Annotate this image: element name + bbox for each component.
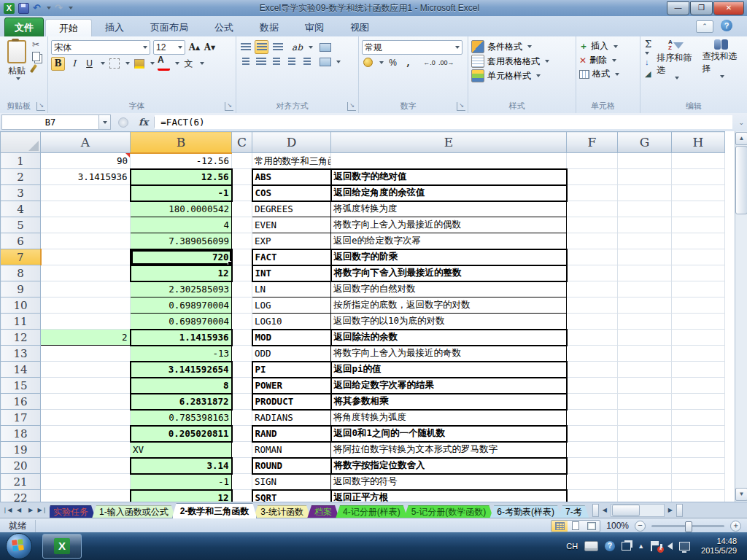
cell-D4[interactable]: DEGREES	[252, 201, 331, 217]
cell-D8[interactable]: INT	[252, 265, 331, 281]
cell-D15[interactable]: POWER	[252, 378, 331, 394]
page-break-view-icon[interactable]	[584, 521, 600, 532]
name-box-dropdown-icon[interactable]	[99, 114, 111, 130]
fill-handle[interactable]	[228, 261, 232, 265]
row-header-22[interactable]: 22	[1, 490, 41, 502]
cell-C15[interactable]	[232, 378, 252, 394]
row-header-19[interactable]: 19	[1, 442, 41, 458]
phonetic-guide-icon[interactable]: 文	[182, 58, 195, 70]
cell-C1[interactable]	[232, 153, 252, 169]
save-icon[interactable]	[18, 3, 29, 14]
cell-A12[interactable]: 2	[41, 330, 131, 346]
window-stack-icon[interactable]	[622, 542, 631, 551]
cell-F6[interactable]	[567, 233, 618, 249]
cell-H12[interactable]	[672, 330, 725, 346]
cell-A17[interactable]	[41, 410, 131, 426]
page-layout-view-icon[interactable]	[568, 521, 584, 532]
cell-H11[interactable]	[672, 314, 725, 330]
row-header-5[interactable]: 5	[1, 217, 41, 233]
row-header-6[interactable]: 6	[1, 233, 41, 249]
cell-G2[interactable]	[618, 169, 672, 185]
decrease-decimal-icon[interactable]: .00→	[438, 56, 454, 69]
decrease-indent-icon[interactable]	[285, 55, 298, 68]
cell-H22[interactable]	[672, 490, 725, 502]
normal-view-icon[interactable]	[551, 521, 568, 532]
prev-sheet-icon[interactable]: ◀	[14, 505, 24, 516]
vertical-scrollbar[interactable]: ▲ ▼	[735, 131, 747, 502]
cell-D7[interactable]: FACT	[252, 249, 331, 265]
number-format-select[interactable]: 常规	[362, 40, 462, 55]
cell-F13[interactable]	[567, 346, 618, 362]
bold-button[interactable]: B	[51, 57, 65, 71]
cell-G22[interactable]	[618, 490, 672, 502]
cell-A19[interactable]	[41, 442, 131, 458]
cell-A21[interactable]	[41, 474, 131, 490]
cell-E12[interactable]: 返回除法的余数	[331, 330, 567, 346]
help-icon[interactable]: ?	[721, 20, 732, 31]
cell-C11[interactable]	[232, 314, 252, 330]
minimize-button[interactable]: —	[667, 1, 689, 15]
cell-A13[interactable]	[41, 346, 131, 362]
cell-A5[interactable]	[41, 217, 131, 233]
tab-split-handle[interactable]	[592, 504, 599, 517]
cell-H8[interactable]	[672, 265, 725, 281]
tab-view[interactable]: 视图	[337, 19, 382, 36]
start-button[interactable]	[6, 533, 32, 559]
cell-A3[interactable]	[41, 185, 131, 201]
cell-D18[interactable]: RAND	[252, 426, 331, 442]
cell-H17[interactable]	[672, 410, 725, 426]
cell-F10[interactable]	[567, 298, 618, 314]
percent-style-icon[interactable]: %	[387, 56, 399, 69]
cell-F8[interactable]	[567, 265, 618, 281]
row-header-18[interactable]: 18	[1, 426, 41, 442]
align-center-icon[interactable]	[255, 55, 267, 68]
cell-H13[interactable]	[672, 346, 725, 362]
tab-data[interactable]: 数据	[247, 19, 292, 36]
column-header-H[interactable]: H	[672, 132, 725, 153]
cell-G12[interactable]	[618, 330, 672, 346]
cell-G5[interactable]	[618, 217, 672, 233]
language-indicator[interactable]: CH	[566, 542, 578, 551]
horizontal-scroll-thumb[interactable]	[612, 505, 640, 516]
row-header-7[interactable]: 7	[1, 249, 41, 265]
tab-insert[interactable]: 插入	[92, 19, 137, 36]
cell-E4[interactable]: 将弧度转换为度	[331, 201, 567, 217]
cell-G10[interactable]	[618, 298, 672, 314]
sheet-tab-6[interactable]: 4-记分册(样表)	[336, 505, 408, 518]
cell-E15[interactable]: 返回给定数字次幂的结果	[331, 378, 567, 394]
cell-G9[interactable]	[618, 281, 672, 298]
cell-A7[interactable]	[41, 249, 131, 265]
hscroll-split-handle[interactable]	[676, 504, 683, 517]
hscroll-right-icon[interactable]: ▶	[665, 505, 676, 516]
restore-button[interactable]: ❐	[690, 1, 713, 15]
cell-F18[interactable]	[567, 426, 618, 442]
row-header-14[interactable]: 14	[1, 362, 41, 378]
column-header-B[interactable]: B	[131, 132, 232, 153]
cell-E16[interactable]: 将其参数相乘	[331, 394, 567, 410]
cell-D19[interactable]: ROMAN	[252, 442, 331, 458]
next-sheet-icon[interactable]: ▶	[26, 505, 36, 516]
number-dialog-launcher-icon[interactable]: ↘	[457, 102, 465, 111]
cell-C7[interactable]	[232, 249, 252, 265]
horizontal-scrollbar[interactable]	[611, 504, 665, 517]
cell-E21[interactable]: 返回数字的符号	[331, 474, 567, 490]
cell-B20[interactable]: 3.14	[131, 458, 232, 474]
sheet-tab-8[interactable]: 6-考勤表(样表)	[489, 505, 562, 518]
row-header-17[interactable]: 17	[1, 410, 41, 426]
cell-G1[interactable]	[618, 153, 672, 169]
fill-icon[interactable]: ↓	[645, 58, 651, 66]
close-button[interactable]: ✕	[713, 1, 744, 15]
cell-F16[interactable]	[567, 394, 618, 410]
cell-A11[interactable]	[41, 314, 131, 330]
autosum-icon[interactable]: Σ	[645, 40, 651, 49]
cell-G20[interactable]	[618, 458, 672, 474]
file-tab[interactable]: 文件	[4, 18, 44, 38]
cell-D2[interactable]: ABS	[252, 169, 331, 185]
cell-G7[interactable]	[618, 249, 672, 265]
cell-B4[interactable]: 180.0000542	[131, 201, 232, 217]
cell-F5[interactable]	[567, 217, 618, 233]
column-header-G[interactable]: G	[618, 132, 672, 153]
insert-function-icon[interactable]: fx	[133, 117, 155, 128]
row-header-10[interactable]: 10	[1, 298, 41, 314]
cell-D20[interactable]: ROUND	[252, 458, 331, 474]
